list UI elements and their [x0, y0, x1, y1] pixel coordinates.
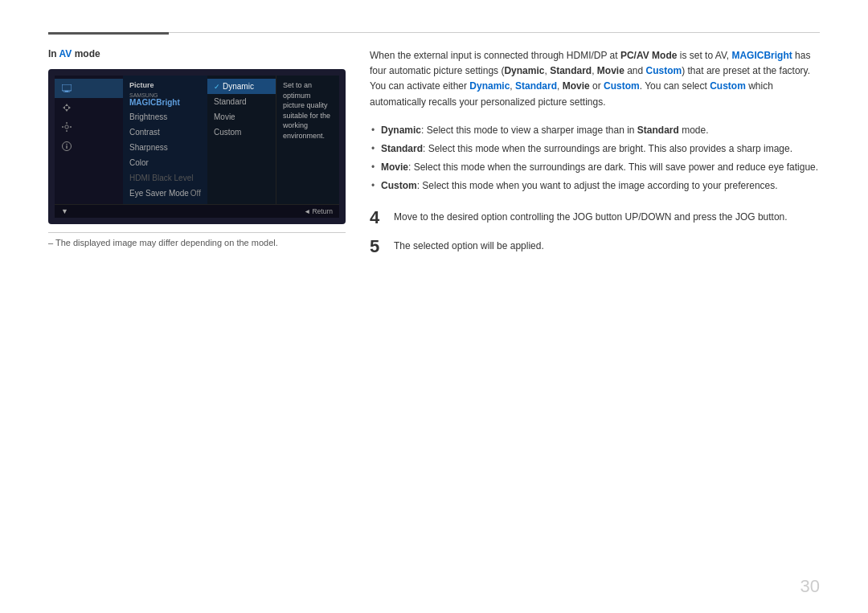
osd-sidebar-monitor[interactable]	[55, 79, 123, 98]
osd-custom-option[interactable]: Custom	[207, 125, 276, 140]
svg-rect-8	[66, 122, 67, 124]
osd-bottom-bar: ▼ ◄ Return	[55, 204, 339, 218]
monitor-icon	[61, 83, 72, 94]
return-arrow-icon: ◄	[304, 207, 310, 215]
osd-brightness[interactable]: Brightness	[123, 109, 207, 125]
svg-rect-14	[66, 145, 67, 149]
av-highlight: AV	[59, 48, 72, 59]
standard-ref: Standard	[637, 125, 679, 136]
svg-point-7	[65, 125, 68, 129]
osd-magic-bright-item[interactable]: SAMSUNG MAGICBright	[123, 90, 207, 109]
osd-hdmi-black: HDMI Black Level	[123, 170, 207, 186]
pc-av-mode-highlight: PC/AV Mode	[620, 50, 677, 61]
osd-dynamic-option[interactable]: ✓ Dynamic	[207, 79, 276, 94]
svg-rect-11	[70, 126, 72, 127]
osd-arrow-indicator: ▼	[61, 207, 68, 215]
return-label: Return	[312, 207, 333, 215]
osd-sidebar	[55, 76, 123, 204]
bullet-list: Dynamic: Select this mode to view a shar…	[370, 123, 820, 194]
svg-rect-2	[63, 92, 70, 93]
note-section: – The displayed image may differ dependi…	[48, 232, 346, 247]
left-column: In AV mode	[48, 48, 346, 247]
osd-description-panel: Set to an optimum picture quality suitab…	[276, 76, 339, 204]
svg-rect-10	[62, 126, 63, 127]
step-4-text: Move to the desired option controlling t…	[394, 207, 788, 225]
content-area: In AV mode	[48, 48, 820, 565]
samsung-brand: SAMSUNG	[129, 92, 201, 98]
standard-intro2: Standard	[515, 80, 557, 92]
magic-bright-intro: MAGICBright	[731, 50, 792, 61]
custom-intro2: Custom	[604, 80, 640, 92]
page-number: 30	[800, 576, 820, 597]
custom-intro: Custom	[646, 65, 682, 76]
osd-sidebar-gear[interactable]	[55, 117, 123, 137]
eye-saver-value: Off	[190, 189, 201, 198]
dynamic-intro: Dynamic	[504, 65, 544, 76]
arrows-icon	[61, 102, 72, 113]
movie-intro2: Movie	[563, 80, 590, 92]
intro-paragraph: When the external input is connected thr…	[370, 48, 820, 110]
osd-middle-menu: Picture SAMSUNG MAGICBright Brightness C…	[123, 76, 207, 204]
osd-color[interactable]: Color	[123, 155, 207, 170]
standard-term: Standard	[381, 143, 423, 154]
step-5-number: 5	[370, 236, 386, 257]
osd-right-menu: ✓ Dynamic Standard Movie Custom	[207, 76, 276, 204]
svg-marker-4	[65, 109, 68, 112]
info-icon	[61, 141, 72, 152]
svg-rect-9	[66, 130, 67, 132]
monitor-frame: Picture SAMSUNG MAGICBright Brightness C…	[48, 69, 346, 224]
osd-contrast[interactable]: Contrast	[123, 125, 207, 140]
osd-sidebar-info[interactable]	[55, 137, 123, 156]
custom-term: Custom	[381, 180, 417, 191]
section-label: In AV mode	[48, 48, 346, 59]
osd-menu: Picture SAMSUNG MAGICBright Brightness C…	[55, 76, 339, 204]
osd-picture-label: Picture	[123, 79, 207, 90]
step-4-number: 4	[370, 207, 386, 228]
right-column: When the external input is connected thr…	[370, 48, 820, 265]
step-4-row: 4 Move to the desired option controlling…	[370, 207, 820, 228]
svg-rect-0	[62, 84, 72, 91]
bullet-movie: Movie: Select this mode when the surroun…	[370, 160, 820, 175]
osd-bottom-left: ▼	[61, 207, 68, 215]
svg-marker-6	[68, 106, 71, 109]
svg-point-13	[66, 144, 68, 145]
standard-intro: Standard	[550, 65, 592, 76]
note-text: – The displayed image may differ dependi…	[48, 238, 346, 247]
movie-term: Movie	[381, 161, 408, 173]
svg-rect-1	[65, 91, 68, 92]
osd-desc-text: Set to an optimum picture quality suitab…	[283, 80, 333, 141]
custom-intro3: Custom	[710, 80, 746, 92]
bullet-standard: Standard: Select this mode when the surr…	[370, 141, 820, 157]
bullet-dynamic: Dynamic: Select this mode to view a shar…	[370, 123, 820, 138]
dynamic-intro2: Dynamic	[469, 80, 510, 92]
eye-saver-label: Eye Saver Mode	[129, 189, 189, 198]
svg-marker-3	[65, 104, 68, 106]
bullet-custom: Custom: Select this mode when you want t…	[370, 178, 820, 194]
step-5-text: The selected option will be applied.	[394, 236, 544, 254]
osd-movie-option[interactable]: Movie	[207, 109, 276, 125]
osd-sharpness[interactable]: Sharpness	[123, 140, 207, 155]
osd-eye-saver[interactable]: Eye Saver Mode Off	[123, 186, 207, 201]
movie-intro: Movie	[597, 65, 624, 76]
step-5-row: 5 The selected option will be applied.	[370, 236, 820, 257]
gear-icon	[61, 121, 72, 133]
osd-standard-option[interactable]: Standard	[207, 94, 276, 109]
magic-bright-name: MAGICBright	[129, 98, 180, 107]
dynamic-term: Dynamic	[381, 125, 421, 136]
check-icon: ✓	[214, 83, 220, 91]
osd-sidebar-arrows[interactable]	[55, 98, 123, 117]
top-rule-accent	[48, 32, 169, 35]
svg-marker-5	[63, 106, 65, 109]
osd-return-btn[interactable]: ◄ Return	[304, 207, 333, 215]
dynamic-label: Dynamic	[223, 82, 254, 91]
